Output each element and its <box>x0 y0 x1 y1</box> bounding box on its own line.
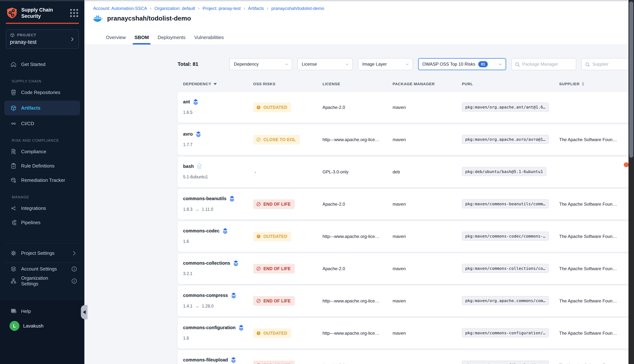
sidebar-item-remediation-tracker[interactable]: Remediation Tracker <box>0 174 84 186</box>
table-row-commons-compress[interactable]: commons-compress 1.4.1→1.28.0 END OF LIF… <box>178 286 634 316</box>
owasp-risks-dropdown[interactable]: OWASP OSS Top 10 Risks 01 <box>418 58 506 70</box>
sidebar-item-account-settings[interactable]: Account Settings <box>0 263 84 275</box>
dependency-version: 3.2.1 <box>183 271 239 276</box>
breadcrumb-link[interactable]: Artifacts <box>248 6 264 11</box>
package-manager-cell: maven <box>393 234 406 239</box>
user-menu[interactable]: L Lavakush <box>0 321 84 331</box>
box-wrench-icon <box>10 177 17 184</box>
filter-dropdown-image-layer[interactable]: Image Layer <box>358 58 413 70</box>
upgrade-arrow-icon: → <box>195 304 199 309</box>
oss-risk-cell: OUTDATED <box>253 328 291 338</box>
column-header-purl[interactable]: PURL <box>462 82 473 86</box>
sidebar-collapse-button[interactable] <box>81 305 88 319</box>
dependency-version: 1.7.7 <box>183 142 201 147</box>
breadcrumb-link[interactable]: pranaycshah/todolist-demo <box>271 6 324 11</box>
license-cell: Apache-2.0 <box>323 266 345 271</box>
table-row-commons-beanutils[interactable]: commons-beanutils 1.8.3→1.11.0 END OF LI… <box>178 189 634 220</box>
sidebar-item-help[interactable]: ? Help <box>0 305 84 317</box>
layers-icon <box>238 324 244 331</box>
filter-dropdown-dependency[interactable]: Dependency <box>229 58 292 70</box>
purl-chip[interactable]: pkg:maven/commons-beanutils/comm… <box>462 200 549 208</box>
purl-chip[interactable]: pkg:maven/commons-fileupload/com… <box>462 361 549 364</box>
column-header-dependency[interactable]: DEPENDENCY <box>183 82 217 86</box>
main-content: Account: Automation-SSCA›Organization: d… <box>84 0 634 364</box>
tab-overview[interactable]: Overview <box>106 33 126 44</box>
app-title: Supply Chain Security <box>21 7 70 19</box>
table-row-bash[interactable]: bash 5.1-6ubuntu1 - GPL-3.0-only deb pkg… <box>178 156 634 187</box>
sidebar-item-get-started[interactable]: Get Started <box>0 58 84 70</box>
sidebar-item-code-repositories[interactable]: Code Repositories <box>0 86 84 98</box>
purl-chip[interactable]: pkg:maven/org.apache.avro/avro@1… <box>462 135 549 144</box>
column-header-oss-risks[interactable]: OSS RISKS <box>253 82 275 86</box>
no-risk-dash: - <box>253 169 256 175</box>
package-manager-search <box>511 58 576 70</box>
sidebar-item-artifacts[interactable]: Artifacts <box>5 100 80 115</box>
sidebar-item-rule-definitions[interactable]: Rule Definitions <box>0 160 84 172</box>
supplier-cell: The Apache Software Foun… <box>559 234 617 239</box>
tab-deployments[interactable]: Deployments <box>158 33 185 44</box>
purl-cell: pkg:maven/commons-collections/co… <box>462 264 549 274</box>
sidebar-item-ci-cd[interactable]: CI/CD <box>0 118 84 130</box>
purl-cell: pkg:maven/commons-fileupload/com… <box>462 361 549 364</box>
sidebar-item-integrations[interactable]: Integrations <box>0 202 84 214</box>
table-row-avro[interactable]: avro 1.7.7 CLOSE TO EOL http---www.apach… <box>178 124 634 155</box>
project-selector[interactable]: PROJECT pranay-test <box>6 29 79 49</box>
apps-grid-icon[interactable] <box>70 9 78 17</box>
chevron-right-icon <box>71 250 77 256</box>
brand-divider <box>6 23 79 24</box>
column-header-license[interactable]: LICENSE <box>323 82 340 86</box>
project-label: PROJECT <box>17 33 36 37</box>
oss-risk-cell: OUTDATED <box>253 232 291 242</box>
purl-chip[interactable]: pkg:maven/org.apache.ant/ant@1.6… <box>462 103 549 112</box>
table-row-commons-fileupload[interactable]: commons-fileupload END OF LIFE Apache-2.… <box>178 350 634 364</box>
purl-chip[interactable]: pkg:maven/org.apache.commons/com… <box>462 296 549 305</box>
nav-section-label: MANAGE <box>0 188 84 202</box>
dependency-name: commons-beanutils <box>183 196 226 201</box>
scroll-marker-dot <box>624 162 629 167</box>
table-row-ant[interactable]: ant 1.6.5 OUTDATED Apache-2.0 maven pkg:… <box>178 92 634 123</box>
sidebar-item-pipelines[interactable]: Pipelines <box>0 216 84 228</box>
info-icon[interactable] <box>71 266 77 272</box>
dependency-name: ant <box>183 99 190 104</box>
sidebar-item-project-settings[interactable]: Project Settings <box>0 246 84 260</box>
tab-vulnerabilities[interactable]: Vulnerabilities <box>194 33 224 44</box>
breadcrumb-link[interactable]: Account: Automation-SSCA <box>93 6 147 11</box>
purl-chip[interactable]: pkg:maven/commons-collections/co… <box>462 264 549 273</box>
package-manager-input[interactable] <box>512 58 576 70</box>
page-title: pranaycshah/todolist-demo <box>107 15 191 22</box>
oss-risk-cell: END OF LIFE <box>253 296 295 306</box>
sidebar-item-label: Artifacts <box>21 105 40 111</box>
dependency-version: 1.4.1→1.28.0 <box>183 304 236 309</box>
package-manager-cell: maven <box>393 331 406 336</box>
filter-dropdown-license[interactable]: License <box>297 58 353 70</box>
repo-icon <box>10 89 17 96</box>
package-manager-cell: maven <box>393 363 406 364</box>
sidebar-nav: Get StartedSUPPLY CHAINCode Repositories… <box>0 58 84 231</box>
column-header-supplier[interactable]: SUPPLIER <box>559 82 584 86</box>
license-cell: Apache-2.0 <box>323 363 345 364</box>
purl-chip[interactable]: pkg:deb/ubuntu/bash@5.1-6ubuntu1 <box>462 167 546 176</box>
breadcrumb-link[interactable]: Organization: default <box>154 6 195 11</box>
sidebar-item-label: Account Settings <box>21 266 57 272</box>
sidebar-item-organization-settings[interactable]: Organization Settings <box>0 275 84 287</box>
info-icon[interactable] <box>71 278 77 284</box>
column-header-package-manager[interactable]: PACKAGE MANAGER <box>393 82 435 86</box>
layers-icon <box>193 98 198 105</box>
table-row-commons-collections[interactable]: commons-collections 3.2.1 END OF LIFE Ap… <box>178 253 634 284</box>
table-row-commons-codec[interactable]: commons-codec 1.6 OUTDATED http---www.ap… <box>178 221 634 252</box>
dependency-cell: commons-configuration 1.6 <box>183 324 244 341</box>
scrollbar-thumb[interactable] <box>629 2 633 158</box>
sidebar-item-compliance[interactable]: Compliance <box>0 146 84 158</box>
purl-cell: pkg:maven/commons-beanutils/comm… <box>462 200 549 209</box>
dependency-cell: ant 1.6.5 <box>183 98 198 115</box>
purl-chip[interactable]: pkg:maven/commons-configuration/… <box>462 328 549 338</box>
purl-chip[interactable]: pkg:maven/commons-codec/commons-… <box>462 232 549 241</box>
risk-badge: OUTDATED <box>253 328 291 338</box>
breadcrumb-link[interactable]: Project: pranay-test <box>202 6 241 11</box>
table-row-commons-configuration[interactable]: commons-configuration 1.6 OUTDATED http-… <box>178 318 634 348</box>
license-cell: GPL-3.0-only <box>323 169 348 174</box>
clipboard-check-icon <box>10 163 17 169</box>
user-name: Lavakush <box>23 323 44 329</box>
supplier-cell: The Apache Software Foun… <box>559 331 617 336</box>
tab-sbom[interactable]: SBOM <box>134 33 149 44</box>
